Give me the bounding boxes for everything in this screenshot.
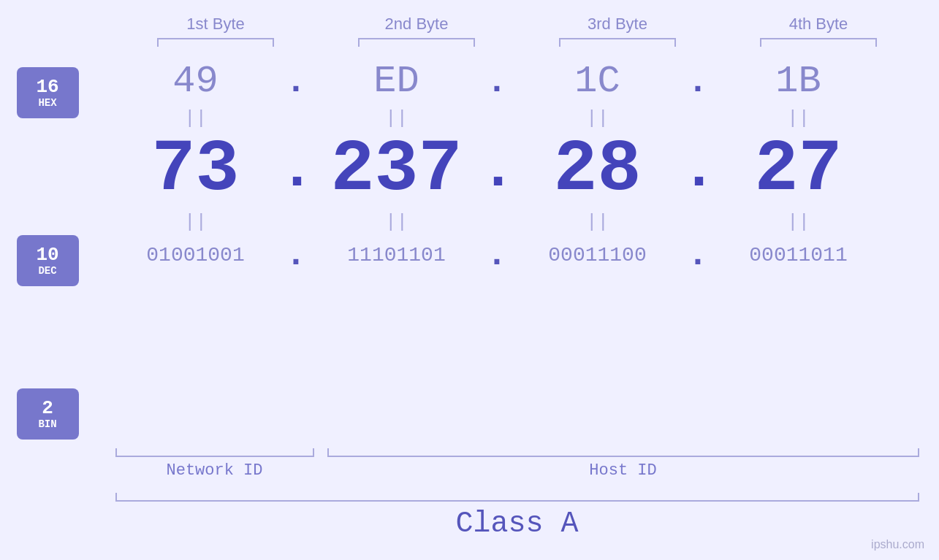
- hex-val-4: 1B: [715, 60, 883, 103]
- dot-dec-2: .: [481, 141, 514, 199]
- network-id-label: Network ID: [115, 461, 314, 480]
- bin-val-4: 00011011: [715, 244, 883, 266]
- equals-row-1: || || || ||: [95, 107, 899, 129]
- hex-base-label: HEX: [38, 97, 56, 109]
- eq1-1: ||: [112, 107, 280, 129]
- id-labels-row: Network ID Host ID: [115, 461, 919, 480]
- class-label: Class A: [115, 507, 919, 540]
- watermark: ipshu.com: [871, 538, 924, 551]
- values-area: 49 . ED . 1C . 1B || ||: [95, 60, 939, 440]
- hex-base-num: 16: [36, 77, 58, 98]
- top-bracket-4: [738, 38, 899, 47]
- hex-val-2: ED: [313, 60, 481, 103]
- dot-hex-3: .: [682, 64, 715, 99]
- byte-header-1: 1st Byte: [135, 15, 296, 34]
- dec-base-label: DEC: [38, 265, 56, 277]
- dec-row: 73 . 237 . 28 . 27: [95, 134, 899, 207]
- dot-bin-3: .: [682, 237, 715, 272]
- dec-val-4: 27: [715, 134, 883, 207]
- hex-val-1: 49: [112, 60, 280, 103]
- bin-base-num: 2: [42, 398, 53, 419]
- eq2-4: ||: [715, 211, 883, 233]
- hex-badge: 16 HEX: [17, 67, 79, 118]
- top-bracket-1: [135, 38, 296, 47]
- dot-bin-1: .: [280, 237, 313, 272]
- byte-header-3: 3rd Byte: [537, 15, 698, 34]
- top-bracket-3: [537, 38, 698, 47]
- equals-row-2: || || || ||: [95, 211, 899, 233]
- eq2-1: ||: [112, 211, 280, 233]
- main-container: 1st Byte 2nd Byte 3rd Byte 4th Byte 16 H…: [0, 0, 939, 560]
- bin-val-2: 11101101: [313, 244, 481, 266]
- bottom-brackets: [115, 448, 919, 457]
- host-bracket: [327, 448, 919, 457]
- bin-base-label: BIN: [38, 418, 56, 430]
- hex-row: 49 . ED . 1C . 1B: [95, 60, 899, 103]
- class-section: Class A: [115, 493, 919, 540]
- dot-dec-3: .: [682, 141, 715, 199]
- bin-val-1: 01001001: [112, 244, 280, 266]
- byte-header-4: 4th Byte: [738, 15, 899, 34]
- dec-val-2: 237: [313, 134, 481, 207]
- base-labels: 16 HEX 10 DEC 2 BIN: [0, 60, 95, 440]
- network-bracket: [115, 448, 314, 457]
- eq2-3: ||: [514, 211, 682, 233]
- dot-dec-1: .: [280, 141, 313, 199]
- host-id-label: Host ID: [327, 461, 919, 480]
- class-bracket: [115, 493, 919, 502]
- eq1-3: ||: [514, 107, 682, 129]
- dec-val-1: 73: [112, 134, 280, 207]
- dec-val-3: 28: [514, 134, 682, 207]
- bin-badge: 2 BIN: [17, 388, 79, 440]
- eq2-2: ||: [313, 211, 481, 233]
- byte-header-2: 2nd Byte: [336, 15, 497, 34]
- top-bracket-2: [336, 38, 497, 47]
- dec-badge: 10 DEC: [17, 235, 79, 286]
- hex-val-3: 1C: [514, 60, 682, 103]
- eq1-4: ||: [715, 107, 883, 129]
- dot-hex-1: .: [280, 64, 313, 99]
- bin-val-3: 00011100: [514, 244, 682, 266]
- bottom-bracket-area: Network ID Host ID: [115, 448, 919, 480]
- data-area: 16 HEX 10 DEC 2 BIN 49 . ED: [0, 60, 939, 440]
- dot-hex-2: .: [481, 64, 514, 99]
- dot-bin-2: .: [481, 237, 514, 272]
- dec-base-num: 10: [36, 245, 58, 266]
- bin-row: 01001001 . 11101101 . 00011100 . 0001101…: [95, 237, 899, 272]
- eq1-2: ||: [313, 107, 481, 129]
